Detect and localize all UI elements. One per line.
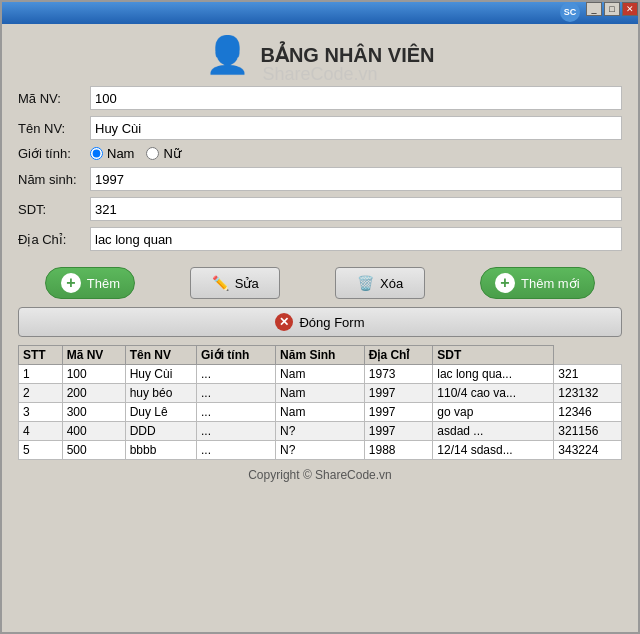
cell-stt: 2 (19, 384, 63, 403)
cell-gioi-tinh: N? (276, 422, 365, 441)
nam-sinh-row: Năm sinh: (18, 167, 622, 191)
cell-nam-sinh: 1973 (364, 365, 433, 384)
ma-nv-row: Mã NV: (18, 86, 622, 110)
dia-chi-input[interactable] (90, 227, 622, 251)
cell-ten-nv: huy béo (125, 384, 196, 403)
cell-dots: ... (196, 403, 275, 422)
table-row[interactable]: 3 300 Duy Lê ... Nam 1997 go vap 12346 (19, 403, 622, 422)
cell-dots: ... (196, 365, 275, 384)
close-x-icon: ✕ (275, 313, 293, 331)
cell-nam-sinh: 1988 (364, 441, 433, 460)
cell-stt: 1 (19, 365, 63, 384)
dia-chi-label: Địa Chỉ: (18, 232, 90, 247)
radio-nam[interactable]: Nam (90, 146, 134, 161)
sua-button[interactable]: ✏️ Sửa (190, 267, 280, 299)
cell-dots: ... (196, 422, 275, 441)
cell-dia-chi: 110/4 cao va... (433, 384, 554, 403)
them-button[interactable]: + Thêm (45, 267, 135, 299)
cell-sdt: 343224 (554, 441, 622, 460)
cell-dots: ... (196, 441, 275, 460)
sua-label: Sửa (235, 276, 259, 291)
cell-ma-nv: 200 (62, 384, 125, 403)
xoa-button[interactable]: 🗑️ Xóa (335, 267, 425, 299)
cell-sdt: 123132 (554, 384, 622, 403)
cell-gioi-tinh: Nam (276, 384, 365, 403)
maximize-button[interactable]: □ (604, 2, 620, 16)
col-dia-chi: Địa Chỉ (364, 346, 433, 365)
ma-nv-input[interactable] (90, 86, 622, 110)
footer-copyright: Copyright © ShareCode.vn (18, 464, 622, 486)
cell-ten-nv: DDD (125, 422, 196, 441)
minimize-button[interactable]: _ (586, 2, 602, 16)
them-moi-button[interactable]: + Thêm mới (480, 267, 595, 299)
page-title: BẢNG NHÂN VIÊN (260, 43, 434, 67)
cell-stt: 4 (19, 422, 63, 441)
cell-ten-nv: Huy Cùi (125, 365, 196, 384)
cell-gioi-tinh: Nam (276, 365, 365, 384)
cell-ten-nv: Duy Lê (125, 403, 196, 422)
nam-sinh-input[interactable] (90, 167, 622, 191)
cell-nam-sinh: 1997 (364, 384, 433, 403)
col-ma-nv: Mã NV (62, 346, 125, 365)
cell-nam-sinh: 1997 (364, 422, 433, 441)
cell-stt: 5 (19, 441, 63, 460)
cell-dots: ... (196, 384, 275, 403)
title-bar: _ □ ✕ SC (2, 2, 638, 24)
col-sdt: SDT (433, 346, 554, 365)
cell-dia-chi: 12/14 sdasd... (433, 441, 554, 460)
cell-gioi-tinh: Nam (276, 403, 365, 422)
col-gioi-tinh: Giới tính (196, 346, 275, 365)
col-ten-nv: Tên NV (125, 346, 196, 365)
cell-dia-chi: asdad ... (433, 422, 554, 441)
gioi-tinh-row: Giới tính: Nam Nữ (18, 146, 622, 161)
header-area: ShareCode.vn 👤 BẢNG NHÂN VIÊN (18, 34, 622, 76)
xoa-label: Xóa (380, 276, 403, 291)
data-table: STT Mã NV Tên NV Giới tính Năm Sinh Địa … (18, 345, 622, 460)
data-table-container: STT Mã NV Tên NV Giới tính Năm Sinh Địa … (18, 345, 622, 460)
cell-ma-nv: 400 (62, 422, 125, 441)
cell-sdt: 12346 (554, 403, 622, 422)
table-header-row: STT Mã NV Tên NV Giới tính Năm Sinh Địa … (19, 346, 622, 365)
them-label: Thêm (87, 276, 120, 291)
cell-nam-sinh: 1997 (364, 403, 433, 422)
gioi-tinh-label: Giới tính: (18, 146, 90, 161)
gioi-tinh-group: Nam Nữ (90, 146, 181, 161)
sua-icon: ✏️ (212, 275, 229, 291)
dong-form-label: Đóng Form (299, 315, 364, 330)
cell-gioi-tinh: N? (276, 441, 365, 460)
xoa-icon: 🗑️ (357, 275, 374, 291)
dia-chi-row: Địa Chỉ: (18, 227, 622, 251)
sdt-row: SDT: (18, 197, 622, 221)
them-moi-icon: + (495, 273, 515, 293)
cell-sdt: 321156 (554, 422, 622, 441)
ten-nv-input[interactable] (90, 116, 622, 140)
radio-nu[interactable]: Nữ (146, 146, 180, 161)
dong-form-button[interactable]: ✕ Đóng Form (18, 307, 622, 337)
col-nam-sinh: Năm Sinh (276, 346, 365, 365)
ma-nv-label: Mã NV: (18, 91, 90, 106)
radio-nu-input[interactable] (146, 147, 159, 160)
table-row[interactable]: 5 500 bbbb ... N? 1988 12/14 sdasd... 34… (19, 441, 622, 460)
ten-nv-row: Tên NV: (18, 116, 622, 140)
col-stt: STT (19, 346, 63, 365)
cell-ma-nv: 500 (62, 441, 125, 460)
cell-stt: 3 (19, 403, 63, 422)
sdt-label: SDT: (18, 202, 90, 217)
content-area: ShareCode.vn 👤 BẢNG NHÂN VIÊN Mã NV: Tên… (2, 24, 638, 632)
cell-ma-nv: 100 (62, 365, 125, 384)
them-moi-label: Thêm mới (521, 276, 580, 291)
close-form-row: ✕ Đóng Form (18, 307, 622, 337)
radio-nam-input[interactable] (90, 147, 103, 160)
table-row[interactable]: 2 200 huy béo ... Nam 1997 110/4 cao va.… (19, 384, 622, 403)
cell-ma-nv: 300 (62, 403, 125, 422)
close-button[interactable]: ✕ (622, 2, 638, 16)
action-buttons: + Thêm ✏️ Sửa 🗑️ Xóa + Thêm mới (18, 267, 622, 299)
sdt-input[interactable] (90, 197, 622, 221)
cell-ten-nv: bbbb (125, 441, 196, 460)
main-window: _ □ ✕ SC ShareCode.vn 👤 BẢNG NHÂN VIÊN M… (0, 0, 640, 634)
table-row[interactable]: 4 400 DDD ... N? 1997 asdad ... 321156 (19, 422, 622, 441)
table-row[interactable]: 1 100 Huy Cùi ... Nam 1973 lac long qua.… (19, 365, 622, 384)
radio-nam-label: Nam (107, 146, 134, 161)
them-icon: + (61, 273, 81, 293)
cell-sdt: 321 (554, 365, 622, 384)
